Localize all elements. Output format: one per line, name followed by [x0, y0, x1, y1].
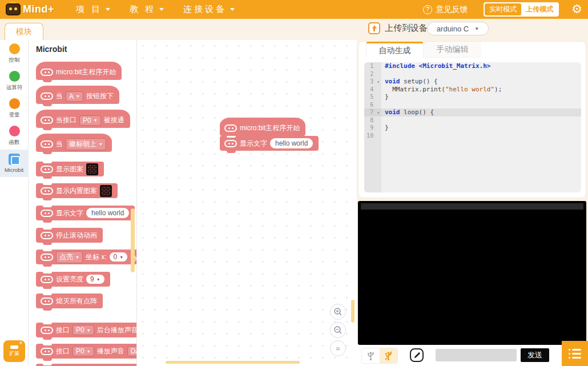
block-dropdown[interactable]: A▼	[66, 91, 83, 102]
hat-block[interactable]: micro:bit主程序开始	[220, 118, 305, 136]
stack-block[interactable]: 显示内置图案	[36, 183, 118, 198]
tab-manual-edit[interactable]: 手动编辑	[424, 42, 481, 58]
hat-block[interactable]: 当接口P0▼被接通	[36, 110, 130, 128]
block-dropdown[interactable]: 点亮▼	[56, 251, 83, 263]
script-canvas[interactable]: = micro:bit主程序开始显示文字hello world	[137, 40, 357, 366]
category-label: Microbit	[5, 167, 23, 172]
line-number: 10	[364, 132, 381, 140]
robot-face-icon	[41, 187, 53, 195]
list-menu-icon	[569, 349, 581, 351]
block-dropdown[interactable]: P0▼	[73, 346, 94, 356]
block-label: 接口	[56, 325, 70, 335]
stack-block[interactable]: 熄灭所有点阵	[36, 293, 103, 308]
led-matrix-icon[interactable]	[100, 185, 112, 197]
block-label: 接口	[56, 347, 70, 356]
block-label: 被接通	[104, 115, 124, 125]
device-select-dropdown[interactable]: arduino C ▼	[427, 22, 489, 35]
robot-face-icon	[41, 232, 53, 239]
category-label: 运算符	[6, 83, 23, 91]
tab-modules[interactable]: 模块	[5, 23, 43, 40]
tab-auto-generate[interactable]: 自动生成	[366, 42, 424, 58]
usb-disconnected-button[interactable]	[380, 348, 397, 363]
block-text-input[interactable]: hello world	[86, 208, 129, 218]
code-line[interactable]: 3 ▾void setup() {	[364, 78, 581, 86]
code-line[interactable]: 1 #include <Microbit_Matrix.h>	[364, 62, 581, 70]
menu-connect-device[interactable]: 连接设备	[175, 0, 243, 19]
block-dropdown[interactable]: 徽标朝上▼	[66, 138, 106, 150]
led-matrix-icon[interactable]	[86, 163, 98, 175]
mode-toggle[interactable]: 实时模式 上传模式	[484, 2, 559, 17]
usb-icon	[367, 351, 375, 361]
hat-block[interactable]: 当徽标朝上▼	[36, 134, 112, 152]
code-line[interactable]: 6	[364, 101, 581, 109]
canvas-vertical-scrollbar[interactable]	[351, 300, 355, 323]
gear-icon[interactable]: ⚙	[571, 3, 582, 15]
block-dropdown[interactable]: DADADADUM▼	[127, 346, 137, 356]
line-number: 5	[364, 93, 381, 101]
stack-block[interactable]: 显示文字hello world	[36, 206, 135, 220]
menu-tutorial[interactable]: 教 程	[122, 0, 172, 19]
upload-mode-button[interactable]: 上传模式	[521, 3, 558, 15]
sidebar-category-变量[interactable]: 变量	[0, 95, 29, 122]
realtime-mode-button[interactable]: 实时模式	[485, 3, 521, 15]
zoom-out-button[interactable]	[330, 322, 346, 338]
line-number: 2	[364, 70, 381, 78]
zoom-reset-icon: =	[336, 344, 340, 353]
zoom-reset-button[interactable]: =	[330, 340, 346, 356]
menu-project[interactable]: 项 目	[68, 0, 118, 19]
sidebar-category-函数[interactable]: 函数	[0, 122, 29, 150]
sidebar-category-Microbit[interactable]: Microbit	[0, 150, 29, 177]
hat-block[interactable]: 当A▼按钮按下	[36, 86, 119, 104]
code-line[interactable]: 7 ▾void loop() {	[364, 108, 581, 116]
code-line[interactable]: 10	[364, 132, 581, 140]
sidebar-category-控制[interactable]: 控制	[0, 40, 29, 67]
block-label: 显示内置图案	[56, 186, 97, 196]
upload-to-device-button[interactable]: 上传到设备	[368, 22, 428, 34]
code-editor[interactable]: 1 #include <Microbit_Matrix.h>2 3 ▾void …	[364, 62, 581, 192]
extensions-button[interactable]: 扩展	[3, 340, 25, 362]
serial-menu-button[interactable]	[562, 341, 588, 366]
code-text	[381, 116, 385, 124]
block-dropdown[interactable]: P0▼	[73, 325, 94, 335]
robot-face-icon	[41, 348, 53, 355]
code-text: void setup() {	[381, 78, 438, 86]
stack-block[interactable]: 接口P0▼后台播放声音DADADADUM▼	[36, 323, 137, 337]
category-label: 控制	[9, 56, 20, 63]
code-line[interactable]: 5 }	[364, 93, 581, 101]
block-number-input[interactable]: 0▼	[110, 252, 128, 262]
stack-block[interactable]: 显示文字hello world	[220, 136, 319, 151]
feedback-button[interactable]: ? 意见反馈	[423, 5, 468, 15]
send-button[interactable]: 发送	[521, 348, 549, 362]
palette-scrollbar[interactable]	[131, 208, 135, 272]
block-text-input[interactable]: hello world	[270, 138, 313, 148]
block-label: 显示文字	[240, 139, 267, 148]
stack-block[interactable]: 接口P0▼播放声音DADADADUM▼	[36, 344, 137, 359]
block-dropdown[interactable]: P0▼	[79, 115, 101, 126]
line-number: 9	[364, 124, 381, 132]
hat-block[interactable]: micro:bit主程序开始	[36, 62, 122, 80]
scroll-pin-button[interactable]	[410, 348, 424, 362]
stack-block[interactable]: 设置亮度9▼	[36, 272, 110, 287]
usb-connected-button[interactable]	[362, 348, 380, 363]
line-number: 6	[364, 101, 381, 109]
stack-block[interactable]: 显示图案	[36, 162, 104, 176]
zoom-in-button[interactable]	[330, 304, 346, 320]
code-text: }	[381, 93, 389, 101]
code-line[interactable]: 8	[364, 116, 581, 124]
serial-monitor	[358, 201, 586, 345]
stack-block[interactable]: 接口P0▼播放声音	[36, 364, 137, 366]
sidebar-category-运算符[interactable]: 运算符	[0, 67, 29, 95]
code-text: #include <Microbit_Matrix.h>	[381, 62, 490, 70]
mindplus-logo[interactable]: Mind+	[6, 3, 54, 15]
logo-text: Mind+	[23, 3, 54, 15]
code-line[interactable]: 4 MMatrix.print("hello world");	[364, 86, 581, 94]
code-line[interactable]: 2	[364, 70, 581, 78]
code-line[interactable]: 9 }	[364, 124, 581, 132]
canvas-horizontal-scrollbar[interactable]	[166, 361, 300, 364]
block-number-input[interactable]: 9▼	[86, 275, 104, 284]
block-label: 显示文字	[56, 208, 83, 218]
serial-send-input[interactable]	[436, 349, 517, 361]
stack-block[interactable]: 停止滚动动画	[36, 228, 103, 243]
code-text	[381, 132, 385, 140]
stack-block[interactable]: 点亮▼坐标 x:0▼, y:0▼	[36, 250, 137, 264]
